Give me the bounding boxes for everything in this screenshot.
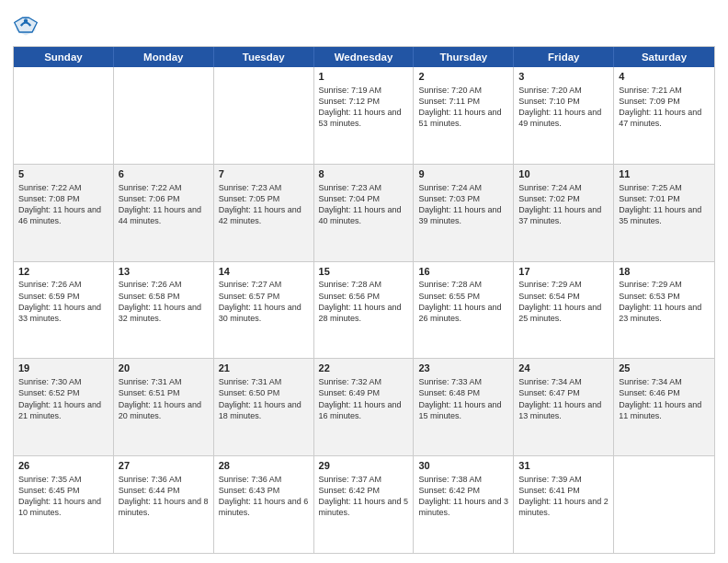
- day-number: 16: [418, 265, 508, 279]
- calendar-cell: 25Sunrise: 7:34 AM Sunset: 6:46 PM Dayli…: [614, 359, 714, 455]
- cell-text: Sunrise: 7:36 AM Sunset: 6:43 PM Dayligh…: [219, 474, 309, 519]
- day-number: 5: [18, 167, 108, 181]
- cell-text: Sunrise: 7:27 AM Sunset: 6:57 PM Dayligh…: [219, 279, 309, 324]
- calendar-cell: 30Sunrise: 7:38 AM Sunset: 6:42 PM Dayli…: [414, 456, 514, 553]
- calendar-cell: 27Sunrise: 7:36 AM Sunset: 6:44 PM Dayli…: [114, 456, 214, 553]
- day-number: 4: [619, 70, 710, 84]
- cell-text: Sunrise: 7:33 AM Sunset: 6:48 PM Dayligh…: [418, 376, 508, 421]
- calendar-cell: 17Sunrise: 7:29 AM Sunset: 6:54 PM Dayli…: [514, 262, 614, 359]
- calendar-cell: 18Sunrise: 7:29 AM Sunset: 6:53 PM Dayli…: [614, 262, 714, 359]
- cell-text: Sunrise: 7:36 AM Sunset: 6:44 PM Dayligh…: [119, 474, 209, 519]
- cell-text: Sunrise: 7:26 AM Sunset: 6:58 PM Dayligh…: [119, 279, 209, 324]
- cell-text: Sunrise: 7:32 AM Sunset: 6:49 PM Dayligh…: [319, 376, 409, 421]
- cell-text: Sunrise: 7:39 AM Sunset: 6:41 PM Dayligh…: [518, 474, 609, 519]
- svg-point-2: [24, 19, 28, 23]
- weekday-header: Thursday: [414, 47, 514, 67]
- cell-text: Sunrise: 7:23 AM Sunset: 7:04 PM Dayligh…: [319, 182, 409, 227]
- calendar-cell: 24Sunrise: 7:34 AM Sunset: 6:47 PM Dayli…: [514, 359, 614, 455]
- day-number: 31: [518, 459, 609, 473]
- calendar-cell: 19Sunrise: 7:30 AM Sunset: 6:52 PM Dayli…: [14, 359, 114, 455]
- calendar-header: SundayMondayTuesdayWednesdayThursdayFrid…: [14, 47, 714, 67]
- calendar-cell: 16Sunrise: 7:28 AM Sunset: 6:55 PM Dayli…: [414, 262, 514, 359]
- calendar-cell: 31Sunrise: 7:39 AM Sunset: 6:41 PM Dayli…: [514, 456, 614, 553]
- calendar-cell: 13Sunrise: 7:26 AM Sunset: 6:58 PM Dayli…: [114, 262, 214, 359]
- cell-text: Sunrise: 7:30 AM Sunset: 6:52 PM Dayligh…: [18, 376, 108, 421]
- day-number: 25: [619, 362, 710, 375]
- cell-text: Sunrise: 7:38 AM Sunset: 6:42 PM Dayligh…: [418, 474, 508, 519]
- cell-text: Sunrise: 7:28 AM Sunset: 6:55 PM Dayligh…: [418, 279, 508, 324]
- cell-text: Sunrise: 7:25 AM Sunset: 7:01 PM Dayligh…: [619, 182, 710, 227]
- calendar-cell: 8Sunrise: 7:23 AM Sunset: 7:04 PM Daylig…: [314, 165, 415, 261]
- day-number: 12: [18, 265, 108, 279]
- calendar-cell: 7Sunrise: 7:23 AM Sunset: 7:05 PM Daylig…: [214, 165, 314, 261]
- day-number: 2: [418, 70, 508, 84]
- calendar-cell: 20Sunrise: 7:31 AM Sunset: 6:51 PM Dayli…: [114, 359, 214, 455]
- calendar-cell: 11Sunrise: 7:25 AM Sunset: 7:01 PM Dayli…: [614, 165, 714, 261]
- calendar-row: 26Sunrise: 7:35 AM Sunset: 6:45 PM Dayli…: [14, 455, 714, 553]
- weekday-header: Monday: [114, 47, 214, 67]
- cell-text: Sunrise: 7:34 AM Sunset: 6:46 PM Dayligh…: [619, 376, 710, 421]
- day-number: 29: [319, 459, 409, 473]
- calendar-cell: 1Sunrise: 7:19 AM Sunset: 7:12 PM Daylig…: [314, 67, 415, 164]
- calendar-cell: 9Sunrise: 7:24 AM Sunset: 7:03 PM Daylig…: [414, 165, 514, 261]
- day-number: 10: [518, 167, 609, 181]
- day-number: 18: [619, 265, 710, 279]
- day-number: 24: [518, 362, 609, 375]
- cell-text: Sunrise: 7:37 AM Sunset: 6:42 PM Dayligh…: [319, 474, 409, 519]
- cell-text: Sunrise: 7:31 AM Sunset: 6:51 PM Dayligh…: [119, 376, 209, 421]
- calendar-row: 19Sunrise: 7:30 AM Sunset: 6:52 PM Dayli…: [14, 358, 714, 455]
- day-number: 22: [319, 362, 409, 375]
- weekday-header: Wednesday: [314, 47, 415, 67]
- calendar-cell: 26Sunrise: 7:35 AM Sunset: 6:45 PM Dayli…: [14, 456, 114, 553]
- calendar: SundayMondayTuesdayWednesdayThursdayFrid…: [13, 46, 715, 554]
- calendar-body: 1Sunrise: 7:19 AM Sunset: 7:12 PM Daylig…: [14, 67, 714, 553]
- cell-text: Sunrise: 7:34 AM Sunset: 6:47 PM Dayligh…: [518, 376, 609, 421]
- calendar-cell: 10Sunrise: 7:24 AM Sunset: 7:02 PM Dayli…: [514, 165, 614, 261]
- calendar-row: 12Sunrise: 7:26 AM Sunset: 6:59 PM Dayli…: [14, 261, 714, 359]
- day-number: 15: [319, 265, 409, 279]
- weekday-header: Tuesday: [214, 47, 314, 67]
- calendar-cell: 28Sunrise: 7:36 AM Sunset: 6:43 PM Dayli…: [214, 456, 314, 553]
- calendar-cell: 6Sunrise: 7:22 AM Sunset: 7:06 PM Daylig…: [114, 165, 214, 261]
- cell-text: Sunrise: 7:24 AM Sunset: 7:03 PM Dayligh…: [418, 182, 508, 227]
- cell-text: Sunrise: 7:19 AM Sunset: 7:12 PM Dayligh…: [319, 85, 409, 130]
- day-number: 6: [119, 167, 209, 181]
- header: [13, 9, 715, 39]
- calendar-cell: 21Sunrise: 7:31 AM Sunset: 6:50 PM Dayli…: [214, 359, 314, 455]
- cell-text: Sunrise: 7:23 AM Sunset: 7:05 PM Dayligh…: [219, 182, 309, 227]
- cell-text: Sunrise: 7:24 AM Sunset: 7:02 PM Dayligh…: [518, 182, 609, 227]
- day-number: 3: [518, 70, 609, 84]
- cell-text: Sunrise: 7:28 AM Sunset: 6:56 PM Dayligh…: [319, 279, 409, 324]
- day-number: 28: [219, 459, 309, 473]
- cell-text: Sunrise: 7:20 AM Sunset: 7:10 PM Dayligh…: [518, 85, 609, 130]
- calendar-cell: 2Sunrise: 7:20 AM Sunset: 7:11 PM Daylig…: [414, 67, 514, 164]
- logo: [13, 13, 40, 39]
- cell-text: Sunrise: 7:21 AM Sunset: 7:09 PM Dayligh…: [619, 85, 710, 130]
- day-number: 1: [319, 70, 409, 84]
- calendar-cell: 15Sunrise: 7:28 AM Sunset: 6:56 PM Dayli…: [314, 262, 415, 359]
- cell-text: Sunrise: 7:22 AM Sunset: 7:06 PM Dayligh…: [119, 182, 209, 227]
- day-number: 13: [119, 265, 209, 279]
- calendar-cell: 4Sunrise: 7:21 AM Sunset: 7:09 PM Daylig…: [614, 67, 714, 164]
- day-number: 11: [619, 167, 710, 181]
- calendar-cell: 14Sunrise: 7:27 AM Sunset: 6:57 PM Dayli…: [214, 262, 314, 359]
- day-number: 8: [319, 167, 409, 181]
- day-number: 27: [119, 459, 209, 473]
- cell-text: Sunrise: 7:20 AM Sunset: 7:11 PM Dayligh…: [418, 85, 508, 130]
- day-number: 9: [418, 167, 508, 181]
- calendar-cell: 22Sunrise: 7:32 AM Sunset: 6:49 PM Dayli…: [314, 359, 415, 455]
- calendar-cell: [114, 67, 214, 164]
- calendar-row: 1Sunrise: 7:19 AM Sunset: 7:12 PM Daylig…: [14, 67, 714, 164]
- day-number: 7: [219, 167, 309, 181]
- cell-text: Sunrise: 7:26 AM Sunset: 6:59 PM Dayligh…: [18, 279, 108, 324]
- day-number: 17: [518, 265, 609, 279]
- cell-text: Sunrise: 7:35 AM Sunset: 6:45 PM Dayligh…: [18, 474, 108, 519]
- day-number: 20: [119, 362, 209, 375]
- weekday-header: Sunday: [14, 47, 114, 67]
- calendar-cell: [614, 456, 714, 553]
- day-number: 23: [418, 362, 508, 375]
- calendar-cell: 12Sunrise: 7:26 AM Sunset: 6:59 PM Dayli…: [14, 262, 114, 359]
- cell-text: Sunrise: 7:31 AM Sunset: 6:50 PM Dayligh…: [219, 376, 309, 421]
- calendar-cell: [214, 67, 314, 164]
- logo-icon: [13, 13, 39, 39]
